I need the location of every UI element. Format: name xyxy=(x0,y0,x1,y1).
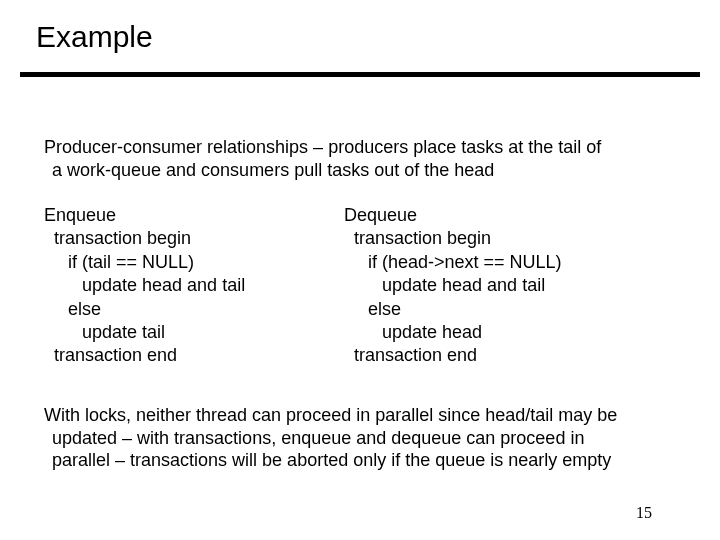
intro-paragraph: Producer-consumer relationships – produc… xyxy=(44,136,684,181)
conclusion-line-1: With locks, neither thread can proceed i… xyxy=(44,404,684,427)
dequeue-if: if (head->next == NULL) xyxy=(344,251,684,274)
code-columns: Enqueue transaction begin if (tail == NU… xyxy=(44,204,684,368)
page-number: 15 xyxy=(636,504,652,522)
dequeue-elsedo: update head xyxy=(344,321,684,344)
dequeue-block: Dequeue transaction begin if (head->next… xyxy=(344,204,684,368)
dequeue-begin: transaction begin xyxy=(344,227,684,250)
dequeue-else: else xyxy=(344,298,684,321)
dequeue-then: update head and tail xyxy=(344,274,684,297)
enqueue-elsedo: update tail xyxy=(44,321,344,344)
enqueue-title: Enqueue xyxy=(44,204,344,227)
conclusion-line-2: updated – with transactions, enqueue and… xyxy=(44,427,684,450)
title-underline xyxy=(20,72,700,77)
dequeue-end: transaction end xyxy=(344,344,684,367)
conclusion-line-3: parallel – transactions will be aborted … xyxy=(44,449,684,472)
enqueue-end: transaction end xyxy=(44,344,344,367)
intro-line-1: Producer-consumer relationships – produc… xyxy=(44,136,684,159)
conclusion-paragraph: With locks, neither thread can proceed i… xyxy=(44,404,684,472)
slide: Example Producer-consumer relationships … xyxy=(0,0,720,540)
enqueue-if: if (tail == NULL) xyxy=(44,251,344,274)
enqueue-then: update head and tail xyxy=(44,274,344,297)
enqueue-begin: transaction begin xyxy=(44,227,344,250)
slide-title: Example xyxy=(36,20,153,54)
enqueue-else: else xyxy=(44,298,344,321)
enqueue-block: Enqueue transaction begin if (tail == NU… xyxy=(44,204,344,368)
dequeue-title: Dequeue xyxy=(344,204,684,227)
intro-line-2: a work-queue and consumers pull tasks ou… xyxy=(44,159,684,182)
